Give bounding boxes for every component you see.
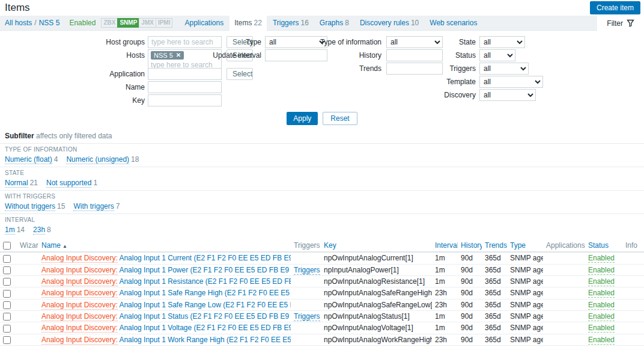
agent-badge-jmx: JMX [139, 18, 156, 28]
template-select[interactable]: all [479, 76, 543, 88]
row-triggers-link[interactable]: Triggers [294, 312, 320, 321]
tab-triggers[interactable]: Triggers16 [268, 16, 314, 31]
filter-tab[interactable]: Filter [597, 16, 644, 31]
breadcrumb-separator: / [34, 19, 36, 27]
trends-cell: 365d [482, 322, 507, 334]
subfilter-option-link[interactable]: Numeric (float) [5, 155, 52, 164]
row-triggers-link[interactable]: Triggers [294, 266, 320, 275]
item-prefix-link[interactable]: Analog Input Discovery: [41, 277, 118, 286]
row-checkbox[interactable] [3, 278, 11, 286]
item-status-link[interactable]: Enabled [588, 254, 615, 263]
name-input[interactable] [148, 81, 222, 93]
item-prefix-link[interactable]: Analog Input Discovery: [41, 324, 118, 333]
item-name-link[interactable]: Analog Input 1 Safe Range High (E2 F1 F2… [119, 289, 291, 297]
item-name-link[interactable]: Analog Input 1 Resistance (E2 F1 F2 F0 E… [119, 277, 291, 286]
item-name-link[interactable]: Analog Input 1 Power (E2 F1 F2 F0 EE E5 … [119, 266, 291, 274]
column-header-interval[interactable]: Interval [432, 239, 458, 252]
apply-button[interactable]: Apply [287, 112, 318, 125]
key-input[interactable] [148, 94, 222, 106]
column-header-checkbox[interactable] [0, 239, 17, 252]
type-cell: SNMP agent [507, 334, 543, 345]
state-select[interactable]: all [479, 36, 525, 48]
column-header-status[interactable]: Status [585, 239, 622, 252]
row-triggers-cell [291, 299, 321, 310]
applications-cell [543, 334, 585, 345]
item-status-link[interactable]: Enabled [588, 324, 615, 333]
column-header-history[interactable]: History [458, 239, 482, 252]
item-prefix-link[interactable]: Analog Input Discovery: [41, 312, 118, 321]
status-cell: Enabled [585, 310, 622, 322]
item-prefix-link[interactable]: Analog Input Discovery: [41, 289, 118, 298]
column-header-key[interactable]: Key [321, 239, 432, 252]
item-status-link[interactable]: Enabled [588, 301, 615, 310]
table-row: Analog Input Discovery: Analog Input 1 S… [0, 287, 644, 299]
tab-applications[interactable]: Applications [180, 16, 228, 31]
info-cell [622, 334, 644, 345]
row-checkbox[interactable] [3, 325, 11, 333]
row-checkbox[interactable] [3, 301, 11, 309]
discovery-select[interactable]: all [479, 89, 536, 101]
subfilter-option: Numeric (unsigned)18 [66, 155, 139, 164]
trends-cell: 365d [482, 264, 507, 275]
row-checkbox[interactable] [3, 336, 11, 344]
filter-buttons: Apply Reset [0, 109, 644, 129]
row-checkbox[interactable] [3, 266, 11, 274]
item-status-link[interactable]: Enabled [588, 312, 615, 321]
reset-button[interactable]: Reset [323, 112, 357, 125]
column-header-type[interactable]: Type [507, 239, 543, 252]
tab-discovery-rules[interactable]: Discovery rules10 [355, 16, 424, 31]
item-status-link[interactable]: Enabled [588, 289, 615, 298]
status-cell: Enabled [585, 299, 622, 310]
item-name-link[interactable]: Analog Input 1 Current (E2 F1 F2 F0 EE E… [119, 254, 291, 262]
breadcrumb-all-hosts[interactable]: All hosts [5, 19, 32, 27]
column-header-name[interactable]: Name▲ [38, 239, 291, 252]
tab-count: 22 [254, 19, 262, 27]
subfilter-options: Normal21Not supported1 [5, 179, 639, 187]
column-header-trends[interactable]: Trends [482, 239, 507, 252]
application-input[interactable] [148, 68, 222, 80]
row-checkbox[interactable] [3, 290, 11, 298]
row-checkbox[interactable] [3, 255, 11, 263]
subfilter-option-link[interactable]: Without triggers [5, 202, 55, 211]
tab-web-scenarios[interactable]: Web scenarios [425, 16, 482, 31]
item-name-link[interactable]: Analog Input 1 Work Range High (E2 F1 F2… [119, 336, 291, 344]
triggers-select[interactable]: all [479, 63, 529, 75]
type-cell: SNMP agent [507, 275, 543, 287]
subfilter-option-count: 15 [57, 202, 65, 210]
subfilter-option-link[interactable]: Not supported [46, 179, 91, 188]
select-all-checkbox[interactable] [3, 242, 11, 250]
tab-items[interactable]: Items22 [229, 16, 267, 31]
item-prefix-link[interactable]: Analog Input Discovery: [41, 266, 118, 275]
subfilter-group: INTERVAL1m1423h8 [0, 213, 644, 237]
subfilter-option-link[interactable]: Numeric (unsigned) [66, 155, 129, 164]
subfilter-option-link[interactable]: Normal [5, 179, 28, 188]
item-status-link[interactable]: Enabled [588, 336, 615, 345]
create-item-button[interactable]: Create item [590, 1, 640, 14]
item-name-link[interactable]: Analog Input 1 Voltage (E2 F1 F2 F0 EE E… [119, 324, 291, 332]
item-name-link[interactable]: Analog Input 1 Safe Range Low (E2 F1 F2 … [119, 301, 291, 309]
host-status-enabled[interactable]: Enabled [69, 19, 96, 27]
item-prefix-link[interactable]: Analog Input Discovery: [41, 336, 118, 345]
subfilter-option-link[interactable]: 1m [5, 226, 15, 235]
row-checkbox-cell [0, 334, 17, 345]
type-cell: SNMP agent [507, 310, 543, 322]
host-chip: NSS 5 ✕ [151, 51, 184, 60]
application-select-button[interactable]: Select [226, 68, 253, 80]
row-checkbox[interactable] [3, 313, 11, 321]
breadcrumb-host[interactable]: NSS 5 [39, 19, 60, 27]
status-select[interactable]: all [479, 49, 515, 61]
item-name-link[interactable]: Analog Input 1 Status (E2 F1 F2 F0 EE E5… [119, 312, 291, 321]
tab-label: Graphs [320, 19, 343, 27]
item-status-link[interactable]: Enabled [588, 277, 615, 286]
subfilter-options: Without triggers15With triggers7 [5, 202, 639, 210]
row-checkbox-cell [0, 287, 17, 299]
subfilter-option-link[interactable]: 23h [33, 226, 45, 235]
item-status-link[interactable]: Enabled [588, 266, 615, 275]
subfilter-option-count: 1 [93, 179, 97, 187]
item-prefix-link[interactable]: Analog Input Discovery: [41, 301, 118, 310]
tab-graphs[interactable]: Graphs8 [315, 16, 354, 31]
subfilter-option-count: 14 [17, 226, 25, 234]
subfilter-option-link[interactable]: With triggers [73, 202, 114, 211]
item-prefix-link[interactable]: Analog Input Discovery: [41, 254, 118, 263]
row-checkbox-cell [0, 322, 17, 334]
